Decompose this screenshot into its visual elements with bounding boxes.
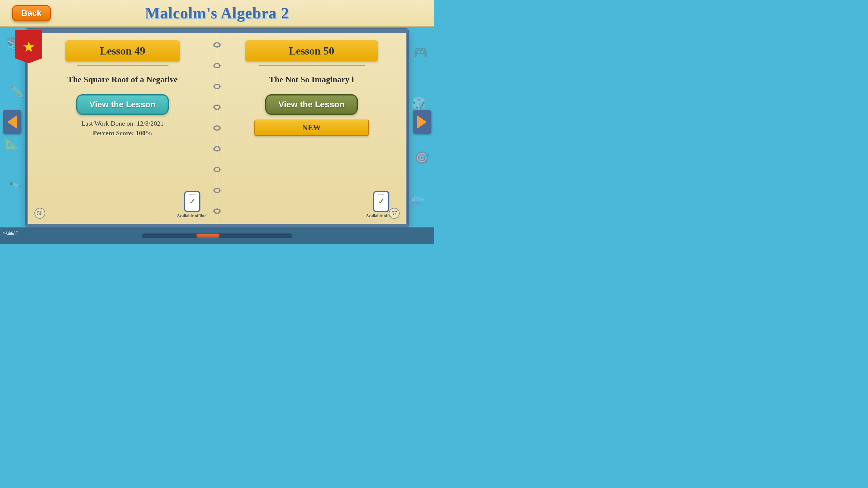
new-badge: NEW: [254, 120, 369, 136]
lesson49-banner: Lesson 49: [65, 40, 180, 61]
version-label: v4.0.837: [3, 231, 18, 235]
right-page: Lesson 50 The Not So Imaginary i View th…: [217, 31, 406, 225]
spiral-ring: [213, 146, 221, 152]
spiral-binding: [213, 31, 221, 225]
star-icon: ★: [22, 38, 35, 55]
checkmark-icon-left: ✓: [189, 197, 195, 206]
lesson49-description: The Square Root of a Negative: [40, 73, 205, 85]
page-title: Malcolm's Algebra 2: [145, 4, 289, 22]
spiral-ring: [213, 63, 221, 68]
bottom-bar: [0, 227, 434, 244]
percent-value: 100%: [135, 129, 152, 137]
spiral-ring: [213, 208, 221, 214]
left-page: Lesson 49 The Square Root of a Negative …: [28, 31, 217, 225]
next-arrow-icon: [417, 116, 427, 129]
spiral-ring: [213, 84, 221, 89]
spiral-ring: [213, 42, 221, 47]
prev-page-button[interactable]: [3, 110, 21, 134]
page-number-right: 57: [389, 208, 400, 219]
star-bookmark: ★: [15, 30, 42, 63]
scrollbar-track[interactable]: [142, 233, 292, 238]
lesson49-title: Lesson 49: [100, 45, 145, 57]
phone-icon-right: ✓: [373, 191, 390, 212]
page-number-left: 56: [34, 208, 45, 219]
back-button[interactable]: Back: [12, 5, 51, 22]
offline-label-left: Available offline!: [177, 213, 208, 219]
view-lesson49-button[interactable]: View the Lesson: [76, 94, 169, 115]
phone-icon-left: ✓: [184, 191, 200, 212]
last-work-date: Last Work Done on: 12/8/2021: [40, 120, 205, 127]
next-page-button[interactable]: [413, 110, 431, 134]
header: Back Malcolm's Algebra 2: [0, 0, 434, 27]
spiral-ring: [213, 167, 221, 172]
lesson50-description: The Not So Imaginary i: [229, 73, 394, 85]
checkmark-icon-right: ✓: [378, 197, 384, 206]
scrollbar-thumb[interactable]: [196, 233, 220, 238]
view-lesson50-button[interactable]: View the Lesson: [265, 94, 358, 115]
lesson50-title: Lesson 50: [289, 45, 334, 57]
spiral-ring: [213, 104, 221, 110]
lesson50-banner: Lesson 50: [245, 40, 378, 61]
prev-arrow-icon: [7, 116, 17, 129]
percent-label: Percent Score:: [93, 129, 134, 137]
percent-score: Percent Score: 100%: [40, 129, 205, 137]
notebook: Lesson 49 The Square Root of a Negative …: [27, 30, 407, 226]
spiral-ring: [213, 125, 221, 131]
spiral-ring: [213, 188, 221, 193]
offline-badge-left: ✓ Available offline!: [177, 191, 208, 219]
